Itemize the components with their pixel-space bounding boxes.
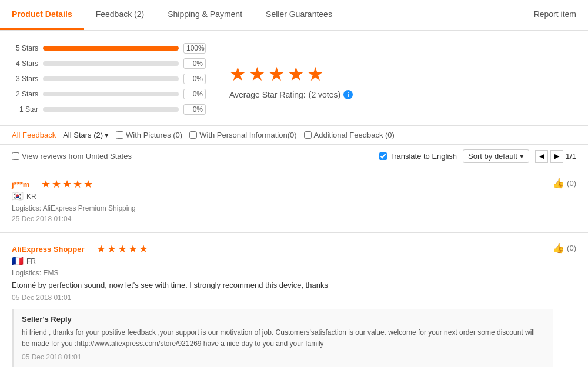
sort-arrow-icon: ▾: [520, 152, 524, 161]
thumbs-up-icon-2: 👍: [553, 242, 564, 254]
translate-check[interactable]: Translate to English: [379, 152, 457, 161]
info-icon[interactable]: i: [343, 90, 353, 99]
additional-feedback-label: Additional Feedback (0): [314, 131, 395, 139]
bar-fill-5: [43, 46, 179, 51]
reviewer-name-2[interactable]: AliExpress Shopper: [12, 245, 85, 254]
review-star-1-3: ★: [62, 178, 72, 191]
review-content-row-2: AliExpress Shopper ★ ★ ★ ★ ★ 🇫🇷 FR Logis…: [12, 242, 576, 367]
view-reviews-checkbox[interactable]: [12, 152, 19, 160]
rating-bars: 5 Stars 100% 4 Stars 0% 3 Stars 0% 2 Sta…: [12, 43, 206, 119]
reviewer-country-1: 🇰🇷 KR: [12, 191, 553, 202]
tabs-bar: Product Details Feedback (2) Shipping & …: [0, 0, 588, 31]
bar-track-2: [43, 92, 179, 96]
bar-row-3: 3 Stars 0%: [12, 74, 206, 84]
tab-report-item[interactable]: Report item: [522, 0, 588, 30]
thumbs-up-icon-1: 👍: [553, 178, 564, 189]
tab-product-details[interactable]: Product Details: [0, 0, 84, 30]
options-left: View reviews from United States: [12, 152, 132, 161]
options-row: View reviews from United States Translat…: [0, 145, 588, 168]
logistics-value-1: AliExpress Premium Shipping: [43, 204, 136, 212]
bar-pct-1: 0%: [183, 104, 206, 115]
logistics-1: Logistics: AliExpress Premium Shipping: [12, 204, 553, 212]
seller-reply-date-2: 05 Dec 2018 01:01: [22, 353, 544, 361]
rating-section: 5 Stars 100% 4 Stars 0% 3 Stars 0% 2 Sta…: [0, 31, 588, 125]
bar-track-4: [43, 61, 179, 66]
sort-dropdown[interactable]: Sort by default ▾: [463, 149, 529, 163]
helpful-count-1: (0): [567, 179, 576, 188]
view-reviews-check[interactable]: View reviews from United States: [12, 152, 132, 161]
review-text-block-1: j***m ★ ★ ★ ★ ★ 🇰🇷 KR Logistics: AliExpr: [12, 178, 553, 223]
tab-shipping[interactable]: Shipping & Payment: [156, 0, 254, 30]
tab-feedback[interactable]: Feedback (2): [84, 0, 156, 30]
bar-row-2: 2 Stars 0%: [12, 89, 206, 99]
bar-pct-2: 0%: [183, 89, 206, 99]
review-star-2-4: ★: [128, 242, 138, 255]
bar-label-5: 5 Stars: [12, 44, 38, 52]
review-body-2: Etonné by perfection sound, now let's se…: [12, 279, 553, 291]
review-star-2-1: ★: [96, 242, 106, 255]
translate-checkbox[interactable]: [379, 152, 387, 160]
bar-track-5: [43, 46, 179, 51]
with-pictures-label: With Pictures (0): [126, 131, 182, 139]
helpful-1[interactable]: 👍 (0): [553, 178, 576, 189]
helpful-2[interactable]: 👍 (0): [553, 242, 576, 254]
seller-reply-text-2: hi friend , thanks for your positive fee…: [22, 327, 544, 349]
reviewer-name-1[interactable]: j***m: [12, 180, 29, 189]
additional-feedback-checkbox[interactable]: [304, 131, 312, 139]
flag-icon-2: 🇫🇷: [12, 255, 24, 267]
review-date-2: 05 Dec 2018 01:01: [12, 294, 553, 302]
bar-label-4: 4 Stars: [12, 59, 38, 68]
with-pictures-checkbox[interactable]: [116, 131, 123, 139]
reviews-list: j***m ★ ★ ★ ★ ★ 🇰🇷 KR Logistics: AliExpr: [0, 168, 588, 377]
flag-icon-1: 🇰🇷: [12, 191, 24, 202]
with-personal-check[interactable]: With Personal Information(0): [189, 131, 296, 139]
review-item-1: j***m ★ ★ ★ ★ ★ 🇰🇷 KR Logistics: AliExpr: [0, 168, 588, 233]
country-code-1: KR: [26, 192, 36, 201]
sort-label: Sort by default: [468, 152, 517, 161]
rating-summary: ★ ★ ★ ★ ★ Average Star Rating: (2 votes)…: [229, 43, 353, 119]
bar-label-3: 3 Stars: [12, 75, 38, 83]
review-date-1: 25 Dec 2018 01:04: [12, 215, 553, 223]
bar-row-4: 4 Stars 0%: [12, 58, 206, 69]
pagination: ◀ ▶ 1/1: [535, 150, 576, 163]
bar-track-1: [43, 107, 179, 112]
bar-row-1: 1 Star 0%: [12, 104, 206, 115]
bar-row-5: 5 Stars 100%: [12, 43, 206, 54]
review-star-2-5: ★: [139, 242, 148, 255]
all-feedback-btn[interactable]: All Feedback: [12, 131, 56, 139]
view-reviews-label: View reviews from United States: [22, 152, 132, 161]
with-personal-label: With Personal Information(0): [199, 131, 296, 139]
all-stars-dropdown[interactable]: All Stars (2) ▾: [63, 131, 109, 139]
review-stars-1: ★ ★ ★ ★ ★: [41, 178, 93, 191]
bar-label-1: 1 Star: [12, 105, 38, 114]
avg-label: Average Star Rating: (2 votes) i: [229, 90, 353, 99]
votes-count: (2 votes): [309, 90, 340, 99]
dropdown-arrow-icon: ▾: [105, 131, 109, 139]
review-star-2-3: ★: [118, 242, 127, 255]
review-star-2-2: ★: [107, 242, 116, 255]
prev-page-button[interactable]: ◀: [535, 150, 548, 163]
review-star-1-4: ★: [73, 178, 82, 191]
stars-display: ★ ★ ★ ★ ★: [229, 63, 353, 85]
next-page-button[interactable]: ▶: [550, 150, 563, 163]
with-personal-checkbox[interactable]: [189, 131, 197, 139]
additional-feedback-check[interactable]: Additional Feedback (0): [304, 131, 395, 139]
with-pictures-check[interactable]: With Pictures (0): [116, 131, 182, 139]
options-right: Translate to English Sort by default ▾ ◀…: [379, 149, 576, 163]
review-star-1-5: ★: [83, 178, 93, 191]
star-2: ★: [249, 63, 266, 85]
seller-reply-2: Seller's Reply hi friend , thanks for yo…: [12, 309, 553, 367]
page-info: 1/1: [566, 152, 576, 161]
helpful-count-2: (0): [567, 244, 576, 252]
review-item-2: AliExpress Shopper ★ ★ ★ ★ ★ 🇫🇷 FR Logis…: [0, 233, 588, 377]
bar-track-3: [43, 76, 179, 81]
logistics-label-1: Logistics:: [12, 204, 41, 212]
review-star-1-2: ★: [52, 178, 61, 191]
bar-label-2: 2 Stars: [12, 90, 38, 98]
review-content-row-1: j***m ★ ★ ★ ★ ★ 🇰🇷 KR Logistics: AliExpr: [12, 178, 576, 223]
reviewer-country-2: 🇫🇷 FR: [12, 255, 553, 267]
bar-pct-5: 100%: [183, 43, 206, 54]
filter-row: All Feedback All Stars (2) ▾ With Pictur…: [0, 125, 588, 145]
tab-seller-guarantees[interactable]: Seller Guarantees: [254, 0, 344, 30]
star-4: ★: [288, 63, 305, 85]
